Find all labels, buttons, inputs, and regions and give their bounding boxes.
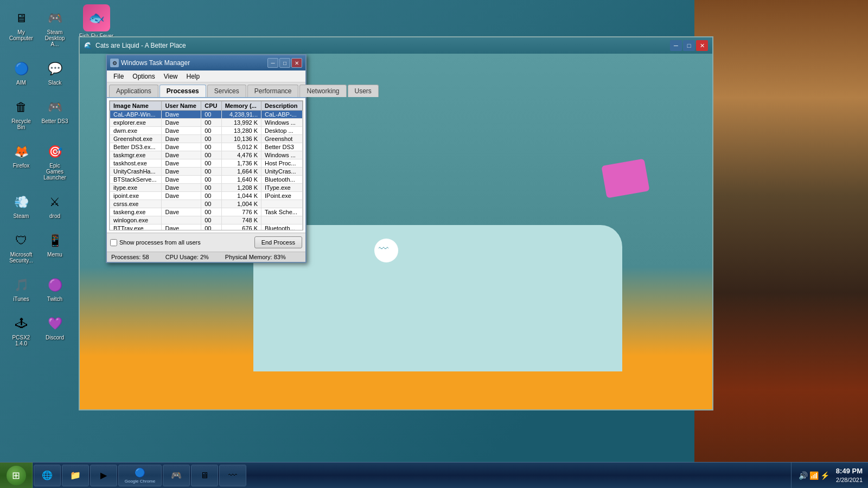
tm-menu-options[interactable]: Options bbox=[128, 72, 159, 81]
desktop-icon-better-ds3[interactable]: 🎮 Better DS3 bbox=[39, 94, 71, 132]
tm-maximize-button[interactable]: □ bbox=[279, 58, 290, 68]
tm-menu-view[interactable]: View bbox=[159, 72, 182, 81]
game-character: 〰 bbox=[373, 239, 400, 271]
tm-title-icon: ⚙ bbox=[110, 59, 119, 67]
pink-block bbox=[601, 159, 649, 198]
game-close-button[interactable]: ✕ bbox=[696, 40, 708, 51]
table-row[interactable]: BTStackServe... Dave 00 1,640 K Bluetoot… bbox=[110, 176, 303, 184]
proc-name: BTStackServe... bbox=[110, 176, 162, 184]
col-image-name[interactable]: Image Name bbox=[110, 101, 162, 111]
desktop-icon-twitch[interactable]: 🟣 Twitch bbox=[39, 272, 71, 304]
proc-cpu: 00 bbox=[201, 151, 221, 159]
proc-desc bbox=[261, 200, 303, 208]
taskbar-right: 🔊 📶 ⚡ 8:49 PM 2/28/2021 bbox=[791, 463, 868, 489]
taskbar-item-cats-liquid[interactable]: 〰 bbox=[219, 465, 246, 486]
proc-user bbox=[162, 200, 201, 208]
col-memory[interactable]: Memory (... bbox=[221, 101, 261, 111]
proc-cpu: 00 bbox=[201, 192, 221, 200]
game-titlebar: 🌊 Cats are Liquid - A Better Place ─ □ ✕ bbox=[80, 37, 712, 54]
proc-desc: Windows ... bbox=[261, 119, 303, 127]
proc-name: UnityCrashHa... bbox=[110, 168, 162, 176]
game-minimize-button[interactable]: ─ bbox=[670, 40, 682, 51]
pcsx2-label: PCSX2 1.4.0 bbox=[8, 335, 35, 346]
tab-performance[interactable]: Performance bbox=[247, 85, 299, 97]
desktop-icon-epic-games[interactable]: 🎯 Epic Games Launcher bbox=[39, 139, 71, 183]
table-row[interactable]: winlogon.exe 00 748 K bbox=[110, 216, 303, 224]
tm-menu-help[interactable]: Help bbox=[182, 72, 205, 81]
desktop-icon-recycle-bin[interactable]: 🗑 Recycle Bin bbox=[5, 94, 37, 132]
tm-title-text: Windows Task Manager bbox=[121, 59, 265, 67]
desktop-icon-steam-desktop[interactable]: 🎮 Steam Desktop A... bbox=[39, 5, 71, 49]
col-cpu[interactable]: CPU bbox=[201, 101, 221, 111]
tm-menu-file[interactable]: File bbox=[109, 72, 128, 81]
table-row[interactable]: dwm.exe Dave 00 13,280 K Desktop ... bbox=[110, 127, 303, 135]
taskbar-item-chrome[interactable]: 🔵 Google Chrome bbox=[118, 465, 162, 486]
taskbar-item-ie[interactable]: 🌐 bbox=[34, 465, 61, 486]
proc-name: BTTray.exe bbox=[110, 224, 162, 231]
better-ds3-label: Better DS3 bbox=[42, 118, 68, 124]
tab-networking[interactable]: Networking bbox=[299, 85, 346, 97]
notify-icon-2[interactable]: 📶 bbox=[810, 471, 819, 480]
recycle-bin-icon: 🗑 bbox=[10, 97, 32, 118]
desktop-icon-discord[interactable]: 💜 Discord bbox=[39, 311, 71, 349]
desktop-icon-firefox[interactable]: 🦊 Firefox bbox=[5, 139, 37, 183]
show-all-processes-input[interactable] bbox=[110, 239, 117, 246]
proc-desc: Windows ... bbox=[261, 151, 303, 159]
game-maximize-button[interactable]: □ bbox=[683, 40, 695, 51]
notify-icon-1[interactable]: 🔊 bbox=[799, 471, 808, 480]
desktop-icon-steam[interactable]: 💨 Steam bbox=[5, 189, 37, 221]
proc-name: taskeng.exe bbox=[110, 208, 162, 216]
proc-user: Dave bbox=[162, 159, 201, 168]
taskbar: ⊞ 🌐 📁 ▶ 🔵 Google Chrome 🎮 🖥 〰 bbox=[0, 462, 868, 488]
system-clock[interactable]: 8:49 PM 2/28/2021 bbox=[836, 466, 863, 485]
tm-minimize-button[interactable]: ─ bbox=[267, 58, 278, 68]
taskbar-item-gamepad[interactable]: 🎮 bbox=[163, 465, 190, 486]
proc-name: Better DS3.ex... bbox=[110, 143, 162, 151]
table-row[interactable]: taskmgr.exe Dave 00 4,476 K Windows ... bbox=[110, 151, 303, 159]
taskbar-item-screen[interactable]: 🖥 bbox=[191, 465, 218, 486]
col-description[interactable]: Description bbox=[261, 101, 303, 111]
tm-close-button[interactable]: ✕ bbox=[291, 58, 302, 68]
col-user-name[interactable]: User Name bbox=[162, 101, 201, 111]
table-row[interactable]: CaL-ABP-Win... Dave 00 4,238,91... CaL-A… bbox=[110, 111, 303, 119]
desktop-icon-memu[interactable]: 📱 Memu bbox=[39, 228, 71, 266]
desktop-icon-area: 🖥 My Computer 🎮 Steam Desktop A... 🔵 AIM… bbox=[0, 0, 76, 356]
notify-icon-3[interactable]: ⚡ bbox=[821, 471, 829, 480]
tm-titlebar: ⚙ Windows Task Manager ─ □ ✕ bbox=[107, 55, 305, 70]
desktop-icon-ms-security[interactable]: 🛡 Microsoft Security... bbox=[5, 228, 37, 266]
my-computer-label: My Computer bbox=[8, 29, 35, 41]
table-row[interactable]: UnityCrashHa... Dave 00 1,664 K UnityCra… bbox=[110, 168, 303, 176]
table-row[interactable]: itype.exe Dave 00 1,208 K IType.exe bbox=[110, 184, 303, 192]
table-row[interactable]: explorer.exe Dave 00 13,992 K Windows ..… bbox=[110, 119, 303, 127]
show-all-processes-checkbox[interactable]: Show processes from all users bbox=[110, 239, 201, 246]
desktop-icon-itunes[interactable]: 🎵 iTunes bbox=[5, 272, 37, 304]
table-row[interactable]: Better DS3.ex... Dave 00 5,012 K Better … bbox=[110, 143, 303, 151]
desktop-icon-my-computer[interactable]: 🖥 My Computer bbox=[5, 5, 37, 49]
tm-process-table-container[interactable]: Image Name User Name CPU Memory (... Des… bbox=[109, 100, 303, 230]
table-row[interactable]: csrss.exe 00 1,004 K bbox=[110, 200, 303, 208]
start-button[interactable]: ⊞ bbox=[0, 463, 33, 489]
proc-cpu: 00 bbox=[201, 184, 221, 192]
table-row[interactable]: BTTray.exe Dave 00 676 K Bluetooth... bbox=[110, 224, 303, 231]
proc-cpu: 00 bbox=[201, 111, 221, 119]
desktop-icon-drod[interactable]: ⚔ drod bbox=[39, 189, 71, 221]
tab-services[interactable]: Services bbox=[207, 85, 246, 97]
table-row[interactable]: Greenshot.exe Dave 00 10,136 K Greenshot bbox=[110, 135, 303, 143]
tab-processes[interactable]: Processes bbox=[159, 85, 206, 97]
desktop-icon-slack[interactable]: 💬 Slack bbox=[39, 56, 71, 88]
taskbar-item-media-player[interactable]: ▶ bbox=[90, 465, 117, 486]
desktop-icon-pcsx2[interactable]: 🕹 PCSX2 1.4.0 bbox=[5, 311, 37, 349]
table-row[interactable]: taskeng.exe Dave 00 776 K Task Sche... bbox=[110, 208, 303, 216]
task-manager-window: ⚙ Windows Task Manager ─ □ ✕ File Option… bbox=[106, 54, 307, 263]
firefox-label: Firefox bbox=[13, 163, 30, 169]
tab-users[interactable]: Users bbox=[348, 85, 379, 97]
table-row[interactable]: taskhost.exe Dave 00 1,736 K Host Proc..… bbox=[110, 159, 303, 168]
desktop-icon-aim[interactable]: 🔵 AIM bbox=[5, 56, 37, 88]
tm-statusbar: Processes: 58 CPU Usage: 2% Physical Mem… bbox=[107, 252, 305, 262]
proc-cpu: 00 bbox=[201, 135, 221, 143]
table-row[interactable]: ipoint.exe Dave 00 1,044 K IPoint.exe bbox=[110, 192, 303, 200]
taskbar-item-explorer[interactable]: 📁 bbox=[62, 465, 89, 486]
tab-applications[interactable]: Applications bbox=[109, 85, 158, 97]
end-process-button[interactable]: End Process bbox=[254, 236, 302, 248]
proc-memory: 1,736 K bbox=[221, 159, 261, 168]
